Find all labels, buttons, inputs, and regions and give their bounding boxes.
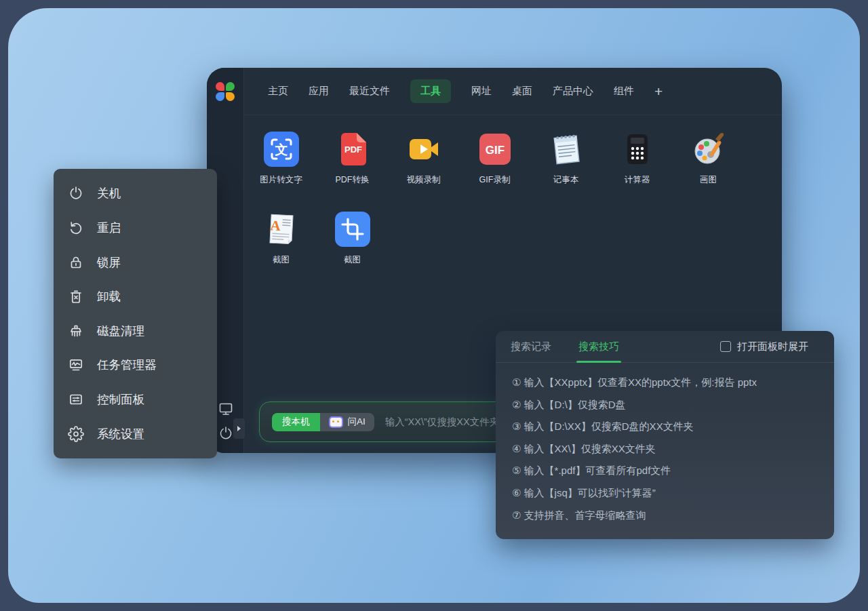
tool-label: 截图 (344, 254, 361, 266)
tab-apps[interactable]: 应用 (309, 85, 329, 98)
logo-petal-blue (216, 92, 224, 101)
tool-ocr[interactable]: 文 图片转文字 (245, 127, 317, 208)
search-input-placeholder: 输入“XX\”仅搜搜XX文件夹及 (385, 416, 509, 429)
crop-screenshot-icon (335, 212, 370, 247)
menu-item-label: 系统设置 (97, 426, 144, 442)
notepad-icon (549, 132, 584, 167)
tab-recent-files[interactable]: 最近文件 (349, 85, 390, 98)
gif-record-icon: GIF (477, 132, 513, 167)
monitor-icon[interactable] (218, 401, 234, 417)
tab-bar: 主页 应用 最近文件 工具 网址 桌面 产品中心 组件 + (243, 68, 782, 115)
tab-search-history[interactable]: 搜索记录 (511, 340, 551, 353)
menu-item-lock-screen[interactable]: 锁屏 (54, 245, 217, 279)
menu-item-label: 关机 (97, 185, 121, 201)
tips-list: ① 输入【XXpptx】仅查看XX的pptx文件，例:报告 pptx ② 输入【… (496, 363, 834, 526)
tab-search-tips[interactable]: 搜索技巧 (578, 340, 619, 353)
svg-text:A: A (270, 217, 281, 234)
logo-petal-red (216, 82, 224, 91)
menu-item-label: 卸载 (97, 288, 121, 304)
search-local-button[interactable]: 搜本机 (272, 413, 320, 431)
ask-ai-button[interactable]: 问AI (320, 413, 374, 431)
tip-item: ⑥ 输入【jsq】可以找到“计算器” (512, 482, 818, 505)
menu-item-label: 控制面板 (97, 391, 144, 408)
menu-item-uninstall[interactable]: 卸载 (54, 279, 217, 314)
add-tab-button[interactable]: + (654, 86, 663, 96)
tips-panel-header: 搜索记录 搜索技巧 打开面板时展开 (496, 331, 834, 363)
tool-notepad[interactable]: 记事本 (530, 127, 601, 208)
tools-grid: 文 图片转文字 PDF PDF转换 视频录制 GIF GIF录制 (245, 127, 744, 288)
pdf-convert-icon: PDF (335, 132, 370, 167)
svg-text:文: 文 (274, 142, 288, 157)
tip-item: ③ 输入【D:\XX】仅搜索D盘的XX文件夹 (512, 416, 818, 438)
expand-on-open-toggle[interactable]: 打开面板时展开 (720, 340, 808, 353)
calculator-icon (620, 132, 655, 167)
tool-label: 记事本 (553, 174, 579, 186)
svg-text:PDF: PDF (344, 144, 362, 155)
sidebar-expander-arrow[interactable] (233, 418, 245, 439)
screen: 主页 应用 最近文件 工具 网址 桌面 产品中心 组件 + 文 图片转文字 PD… (0, 0, 868, 611)
menu-item-label: 任务管理器 (97, 357, 157, 373)
menu-item-label: 重启 (97, 220, 121, 236)
tab-product-center[interactable]: 产品中心 (553, 85, 593, 98)
app-logo-icon[interactable] (216, 82, 235, 101)
tool-video-record[interactable]: 视频录制 (388, 127, 459, 208)
tip-item: ② 输入【D:\】仅搜索D盘 (512, 394, 818, 416)
logo-petal-green (226, 82, 235, 91)
search-tips-panel: 搜索记录 搜索技巧 打开面板时展开 ① 输入【XXpptx】仅查看XX的pptx… (496, 331, 834, 539)
ask-ai-label: 问AI (348, 416, 366, 428)
tool-screenshot-doc[interactable]: A 截图 (245, 208, 317, 288)
tool-label: GIF录制 (479, 174, 511, 186)
video-record-icon (406, 132, 441, 167)
power-icon[interactable] (218, 425, 234, 441)
tool-calculator[interactable]: 计算器 (601, 127, 673, 208)
menu-item-system-settings[interactable]: 系统设置 (54, 416, 217, 451)
tool-label: 计算器 (625, 174, 650, 186)
tab-urls[interactable]: 网址 (471, 85, 492, 98)
menu-item-label: 磁盘清理 (97, 323, 144, 339)
tab-desktop[interactable]: 桌面 (512, 85, 532, 98)
menu-item-restart[interactable]: 重启 (54, 211, 217, 245)
robot-icon (329, 416, 343, 428)
tip-item: ⑦ 支持拼音、首字母缩略查询 (512, 505, 818, 527)
tool-pdf-convert[interactable]: PDF PDF转换 (317, 127, 388, 208)
tool-label: 截图 (273, 254, 290, 266)
tip-item: ① 输入【XXpptx】仅查看XX的pptx文件，例:报告 pptx (512, 372, 818, 394)
search-mode-switch: 搜本机 问AI (272, 413, 374, 431)
tool-label: PDF转换 (336, 174, 370, 186)
menu-item-task-manager[interactable]: 任务管理器 (54, 348, 217, 382)
menu-item-shutdown[interactable]: 关机 (54, 176, 217, 211)
checkbox-icon[interactable] (720, 341, 731, 352)
power-menu: 关机 重启 锁屏 卸载 磁盘清理 任务管理器 控制面板 系统设置 (54, 169, 217, 458)
tab-widgets[interactable]: 组件 (614, 85, 634, 98)
tab-tools[interactable]: 工具 (410, 79, 451, 103)
menu-item-label: 锁屏 (97, 254, 121, 271)
ocr-icon: 文 (264, 132, 299, 167)
tip-item: ⑤ 输入【*.pdf】可查看所有pdf文件 (512, 460, 818, 482)
tool-label: 画图 (700, 174, 717, 186)
logo-petal-orange (226, 92, 235, 101)
tip-item: ④ 输入【XX\】仅搜索XX文件夹 (512, 438, 818, 460)
paint-icon (691, 132, 726, 167)
checkbox-label: 打开面板时展开 (737, 340, 808, 353)
tool-gif-record[interactable]: GIF GIF录制 (459, 127, 530, 208)
svg-text:GIF: GIF (485, 144, 504, 157)
tool-label: 视频录制 (407, 174, 441, 186)
tool-label: 图片转文字 (260, 174, 302, 186)
wordpad-doc-icon: A (264, 212, 299, 247)
menu-item-disk-cleanup[interactable]: 磁盘清理 (54, 314, 217, 349)
tab-home[interactable]: 主页 (268, 85, 288, 98)
tool-screenshot-crop[interactable]: 截图 (317, 208, 388, 288)
tool-paint[interactable]: 画图 (673, 127, 744, 208)
menu-item-control-panel[interactable]: 控制面板 (54, 382, 217, 417)
